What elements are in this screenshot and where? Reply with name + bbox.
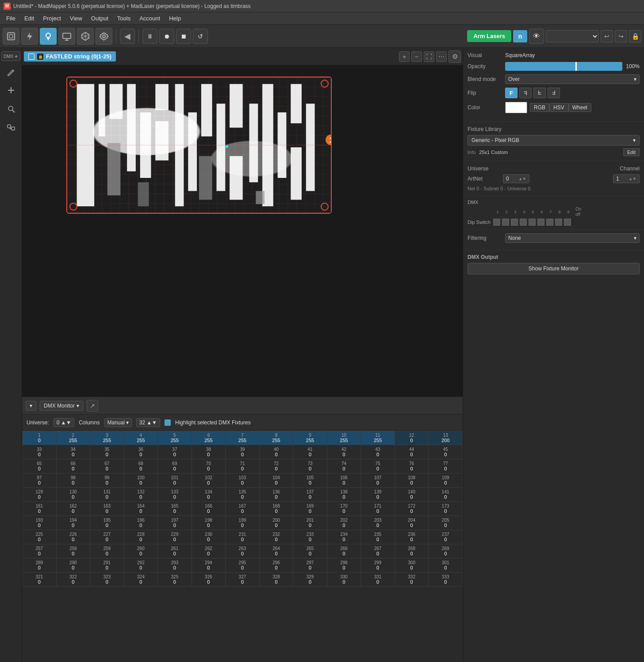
- dmx-cell[interactable]: 390: [226, 445, 260, 459]
- dmx-cell[interactable]: 6255: [192, 431, 226, 445]
- wheel-btn[interactable]: Wheel: [568, 103, 591, 112]
- channel-input[interactable]: 1 ▲▼: [613, 174, 640, 183]
- dmx-cell[interactable]: 1680: [259, 502, 293, 516]
- dmx-monitor-expand-btn[interactable]: ↗: [87, 400, 98, 412]
- play-btn[interactable]: ⏺: [159, 29, 174, 44]
- dmx-cell[interactable]: 980: [56, 473, 90, 488]
- dmx-cell[interactable]: 400: [259, 445, 293, 459]
- dmx-cell[interactable]: 3210: [23, 573, 57, 587]
- color-preview[interactable]: [505, 102, 527, 113]
- dmx-cell[interactable]: 1640: [124, 502, 158, 516]
- dmx-cell[interactable]: 2250: [23, 530, 57, 544]
- dip-4[interactable]: [520, 219, 527, 226]
- dmx-cell[interactable]: 1020: [192, 473, 226, 488]
- dmx-cell[interactable]: 360: [124, 445, 158, 459]
- dmx-cell[interactable]: 440: [395, 445, 429, 459]
- dmx-cell[interactable]: 1410: [429, 488, 463, 502]
- dmx-cell[interactable]: 2040: [395, 516, 429, 530]
- dip-8[interactable]: [555, 219, 562, 226]
- dmx-cell[interactable]: 1330: [158, 488, 192, 502]
- collapse-btn[interactable]: ◀: [120, 29, 135, 44]
- dmx-cell[interactable]: 720: [259, 459, 293, 473]
- dmx-cell[interactable]: 3250: [158, 573, 192, 587]
- dmx-cell[interactable]: 3240: [124, 573, 158, 587]
- artnet-input[interactable]: 0 ▲▼: [503, 174, 529, 183]
- dip-5[interactable]: [529, 219, 536, 226]
- dmx-cell[interactable]: 2280: [124, 530, 158, 544]
- dmx-cell[interactable]: 120: [395, 431, 429, 445]
- dmx-cell[interactable]: 2980: [327, 558, 361, 573]
- dmx-cell[interactable]: 420: [327, 445, 361, 459]
- dip-9[interactable]: [564, 219, 571, 226]
- eye-btn[interactable]: 👁: [529, 29, 544, 44]
- dmx-cell[interactable]: 990: [90, 473, 124, 488]
- dmx-cell[interactable]: 1060: [327, 473, 361, 488]
- dmx-cell[interactable]: 5255: [158, 431, 192, 445]
- menu-help[interactable]: Help: [165, 13, 185, 23]
- dmx-cell[interactable]: 2010: [293, 516, 327, 530]
- add-device-btn[interactable]: +: [399, 51, 410, 62]
- dmx-cell[interactable]: 2660: [327, 544, 361, 558]
- blend-mode-dropdown[interactable]: Over ▾: [505, 74, 640, 84]
- dmx-cell[interactable]: 710: [226, 459, 260, 473]
- dmx-cell[interactable]: 1980: [192, 516, 226, 530]
- dmx-cell[interactable]: 1700: [327, 502, 361, 516]
- fixture-library-dropdown[interactable]: Generic - Pixel RGB ▾: [468, 135, 640, 146]
- menu-tools[interactable]: Tools: [113, 13, 135, 23]
- dmx-cell[interactable]: 410: [293, 445, 327, 459]
- dmx-cell[interactable]: 3300: [327, 573, 361, 587]
- dmx-cell[interactable]: 2670: [361, 544, 395, 558]
- columns-mode-dropdown[interactable]: Manual ▾: [104, 418, 132, 427]
- show-fixture-monitor-btn[interactable]: Show Fixture Monitor: [468, 263, 640, 274]
- flip-v-btn[interactable]: F: [533, 88, 546, 98]
- dmx-cell[interactable]: 2270: [90, 530, 124, 544]
- dmx-cell[interactable]: 2570: [23, 544, 57, 558]
- dip-3[interactable]: [511, 219, 518, 226]
- dmx-cell[interactable]: 1040: [259, 473, 293, 488]
- dmx-cell[interactable]: 2890: [23, 558, 57, 573]
- dmx-cell[interactable]: 680: [124, 459, 158, 473]
- expand-device-btn[interactable]: ⛶: [424, 51, 434, 62]
- flip-h2-btn[interactable]: F: [519, 88, 532, 98]
- hsv-btn[interactable]: HSV: [549, 103, 568, 112]
- dmx-cell[interactable]: 2900: [56, 558, 90, 573]
- dmx-cell[interactable]: 340: [56, 445, 90, 459]
- dmx-cell[interactable]: 2330: [293, 530, 327, 544]
- dmx-cell[interactable]: 7255: [226, 431, 260, 445]
- dmx-cell[interactable]: 770: [429, 459, 463, 473]
- dmx-cell[interactable]: 2260: [56, 530, 90, 544]
- flip-h-btn[interactable]: F: [505, 88, 518, 98]
- dmx-cell[interactable]: 1730: [429, 502, 463, 516]
- dmx-cell[interactable]: 380: [192, 445, 226, 459]
- dmx-cell[interactable]: 1070: [361, 473, 395, 488]
- dmx-cell[interactable]: 2970: [293, 558, 327, 573]
- edit-fixture-btn[interactable]: Edit: [623, 148, 640, 156]
- dmx-cell[interactable]: 3220: [56, 573, 90, 587]
- dmx-cell[interactable]: 2020: [327, 516, 361, 530]
- undo-btn[interactable]: ↩: [601, 30, 613, 42]
- dmx-cell[interactable]: 2680: [395, 544, 429, 558]
- dmx-cell[interactable]: 2930: [158, 558, 192, 573]
- dmx-cell[interactable]: 2640: [259, 544, 293, 558]
- dmx-cell[interactable]: 2050: [429, 516, 463, 530]
- dmx-cell[interactable]: 2340: [327, 530, 361, 544]
- dmx-cell[interactable]: 2000: [259, 516, 293, 530]
- dmx-cell[interactable]: 1630: [90, 502, 124, 516]
- toolbar-btn-settings[interactable]: [96, 28, 112, 45]
- dmx-cell[interactable]: 2910: [90, 558, 124, 573]
- dmx-cell[interactable]: 2360: [395, 530, 429, 544]
- dmx-cell[interactable]: 11255: [361, 431, 395, 445]
- dmx-cell[interactable]: 740: [327, 459, 361, 473]
- dmx-cell[interactable]: 1310: [90, 488, 124, 502]
- dmx-cell[interactable]: 9255: [293, 431, 327, 445]
- dmx-cell[interactable]: 2920: [124, 558, 158, 573]
- dmx-cell[interactable]: 2030: [361, 516, 395, 530]
- toolbar-btn-flash[interactable]: [21, 28, 38, 45]
- tool-group[interactable]: [3, 119, 19, 135]
- stop-btn[interactable]: ⏹: [176, 29, 191, 44]
- dmx-cell[interactable]: 10: [23, 431, 57, 445]
- dmx-cell[interactable]: 3010: [429, 558, 463, 573]
- dmx-cell[interactable]: 2310: [226, 530, 260, 544]
- dmx-cell[interactable]: 13200: [429, 431, 463, 445]
- dmx-cell[interactable]: 1620: [56, 502, 90, 516]
